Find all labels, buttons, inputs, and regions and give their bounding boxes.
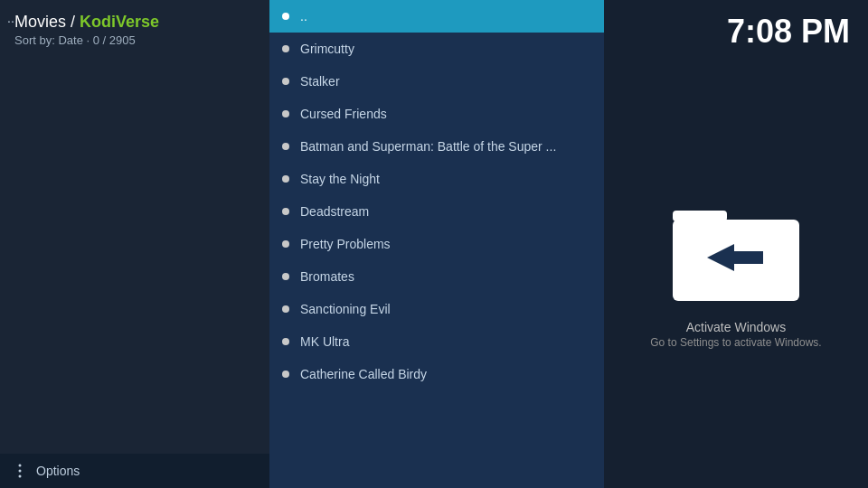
options-icon [11,462,29,480]
clock: 7:08 PM [727,13,850,51]
activate-title: Activate Windows [650,320,821,334]
list-dot [282,305,289,313]
list-dot [282,175,289,183]
list-dot [282,78,289,85]
activate-subtitle: Go to Settings to activate Windows. [650,336,821,349]
list-dot [282,273,289,280]
list-dot [282,338,289,345]
breadcrumb: Movies / KodiVerse [14,13,255,32]
list-item-label: Catherine Called Birdy [300,367,427,381]
list-item[interactable]: Pretty Problems [269,228,604,260]
list-item-catherine-called-birdy[interactable]: Catherine Called Birdy [269,358,604,390]
list-item-label: Pretty Problems [300,237,391,251]
svg-point-0 [19,465,22,467]
list-item-label: Bromates [300,269,354,284]
separator: · [87,33,93,47]
list-item[interactable]: Cursed Friends [269,98,604,130]
list-item-label: Deadstream [300,204,369,219]
svg-point-1 [19,470,22,473]
list-item[interactable]: Stay the Night [269,163,604,195]
list-dot [282,208,289,215]
list-item-back[interactable]: .. [269,0,604,33]
sort-label: Sort by: Date [14,33,83,47]
activate-windows-text: Activate Windows Go to Settings to activ… [650,320,821,349]
list-item-label: Cursed Friends [300,107,387,121]
list-dot [282,45,289,52]
list-item[interactable]: Grimcutty [269,33,604,65]
list-item[interactable]: Deadstream [269,195,604,228]
count-label: 0 / 2905 [93,33,136,47]
list-item[interactable]: MK Ultra [269,325,604,358]
svg-rect-6 [734,251,763,264]
breadcrumb-kodiverse: KodiVerse [80,13,159,31]
list-item-label: Stay the Night [300,172,380,186]
options-label: Options [36,464,80,478]
list-item-label: MK Ultra [300,334,349,349]
list-dot [282,371,289,378]
left-panel: Movies / KodiVerse Sort by: Date · 0 / 2… [0,0,269,488]
list-item[interactable]: Stalker [269,65,604,98]
list-dot [282,13,289,20]
right-panel: 7:08 PM Activate Windows Go to Settings … [604,0,868,488]
movie-list: .. Grimcutty Stalker Cursed Friends Batm… [269,0,604,488]
breadcrumb-movies: Movies [14,13,66,31]
folder-area: Activate Windows Go to Settings to activ… [650,181,821,349]
sort-info: Sort by: Date · 0 / 2905 [14,33,255,47]
list-item[interactable]: Batman and Superman: Battle of the Super… [269,130,604,163]
list-dot [282,143,289,150]
header: Movies / KodiVerse Sort by: Date · 0 / 2… [0,0,269,52]
list-item-label: Sanctioning Evil [300,302,391,316]
list-item-label: .. [300,9,307,23]
list-item-label: Stalker [300,74,340,89]
list-item-label: Batman and Superman: Battle of the Super… [300,139,556,154]
list-dot [282,110,289,117]
svg-point-2 [19,475,22,478]
options-bar[interactable]: Options [0,454,269,488]
list-item[interactable]: Bromates [269,260,604,293]
list-dot [282,240,289,248]
folder-back-icon [664,181,808,307]
list-item-sanctioning-evil[interactable]: Sanctioning Evil [269,293,604,325]
list-item-label: Grimcutty [300,42,354,56]
breadcrumb-separator: / [71,13,80,31]
back-item-left[interactable]: .. [7,11,14,25]
